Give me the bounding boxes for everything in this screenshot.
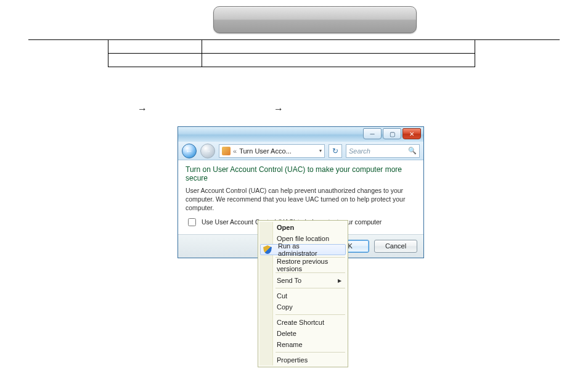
menu-item-copy[interactable]: Copy: [259, 301, 346, 312]
menu-separator: [276, 272, 345, 273]
blank-table: [108, 39, 475, 67]
table-row: [108, 39, 475, 53]
forward-button[interactable]: →: [200, 144, 215, 158]
menu-item-label: Restore previous versions: [277, 258, 341, 272]
explorer-nav-row: ← → « Turn User Acco... ▾ ↻ Search 🔍: [178, 142, 423, 160]
table-cell: [202, 54, 475, 67]
arrow-right-icon: →: [274, 104, 284, 115]
arrow-right-icon: →: [204, 147, 211, 155]
menu-item-label: Open file location: [277, 235, 329, 242]
menu-separator: [276, 314, 345, 315]
menu-item-label: Delete: [277, 330, 296, 337]
menu-separator: [276, 352, 345, 353]
context-menu: Open Open file location Run as administr…: [258, 220, 348, 367]
search-input[interactable]: Search 🔍: [346, 144, 420, 158]
cancel-button-label: Cancel: [385, 242, 406, 250]
menu-item-create-shortcut[interactable]: Create Shortcut: [259, 317, 346, 328]
address-bar[interactable]: « Turn User Acco... ▾: [219, 144, 325, 158]
menu-item-open[interactable]: Open: [259, 222, 346, 233]
menu-separator: [276, 288, 345, 288]
menu-item-properties[interactable]: Properties: [259, 354, 346, 365]
menu-item-label: Copy: [277, 303, 293, 311]
uac-heading: Turn on User Account Control (UAC) to ma…: [186, 165, 416, 182]
table-cell: [108, 39, 202, 53]
top-blank-button[interactable]: [213, 6, 417, 33]
refresh-icon: ↻: [332, 147, 338, 155]
minimize-button[interactable]: ─: [363, 128, 382, 139]
control-panel-icon: [222, 147, 231, 155]
table-cell: [108, 54, 202, 67]
breadcrumb-dropdown-icon[interactable]: ▾: [319, 148, 322, 153]
menu-item-label: Properties: [277, 356, 308, 364]
breadcrumb[interactable]: Turn User Acco...: [239, 147, 292, 155]
search-placeholder: Search: [349, 147, 370, 155]
menu-item-delete[interactable]: Delete: [259, 328, 346, 339]
menu-item-send-to[interactable]: Send To ▶: [259, 275, 346, 286]
search-icon: 🔍: [408, 147, 417, 155]
arrow-right-icon: →: [137, 104, 147, 115]
close-button[interactable]: ✕: [402, 128, 421, 139]
submenu-arrow-icon: ▶: [338, 278, 341, 284]
menu-item-label: Send To: [277, 277, 301, 284]
menu-item-label: Rename: [277, 341, 303, 348]
table-cell: [202, 39, 475, 53]
menu-item-restore-previous-versions[interactable]: Restore previous versions: [259, 259, 346, 271]
menu-item-rename[interactable]: Rename: [259, 339, 346, 350]
arrow-left-icon: ←: [186, 147, 193, 155]
uac-description: User Account Control (UAC) can help prev…: [186, 186, 416, 213]
menu-item-label: Cut: [277, 292, 287, 300]
menu-item-run-as-administrator[interactable]: Run as administrator: [260, 244, 346, 255]
breadcrumb-separator: «: [233, 147, 237, 155]
menu-item-label: Create Shortcut: [277, 319, 324, 326]
menu-item-cut[interactable]: Cut: [259, 290, 346, 301]
menu-item-label: Run as administrator: [278, 242, 340, 257]
maximize-button[interactable]: ▢: [383, 128, 401, 139]
refresh-button[interactable]: ↻: [329, 144, 342, 158]
shield-icon: [263, 245, 272, 254]
back-button[interactable]: ←: [182, 144, 197, 158]
menu-item-label: Open: [277, 224, 294, 231]
window-titlebar: ─ ▢ ✕: [178, 127, 423, 142]
table-row: [108, 53, 475, 67]
cancel-button[interactable]: Cancel: [374, 240, 417, 253]
uac-checkbox[interactable]: [188, 218, 196, 226]
